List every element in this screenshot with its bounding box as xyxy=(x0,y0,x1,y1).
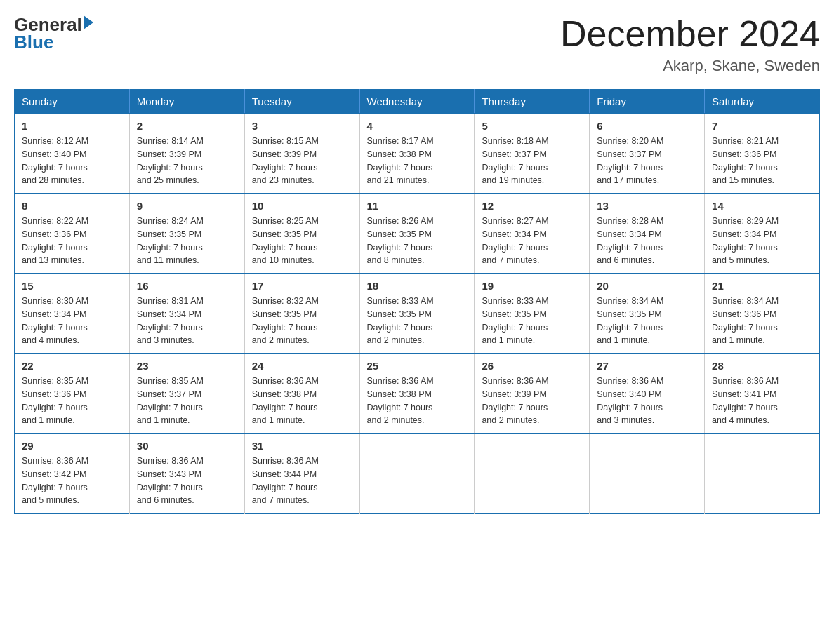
calendar-cell: 3Sunrise: 8:15 AMSunset: 3:39 PMDaylight… xyxy=(244,114,359,194)
calendar-cell: 5Sunrise: 8:18 AMSunset: 3:37 PMDaylight… xyxy=(475,114,590,194)
day-number: 29 xyxy=(22,440,122,452)
day-info: Sunrise: 8:12 AMSunset: 3:40 PMDaylight:… xyxy=(22,136,88,185)
day-info: Sunrise: 8:28 AMSunset: 3:34 PMDaylight:… xyxy=(597,216,663,265)
day-info: Sunrise: 8:26 AMSunset: 3:35 PMDaylight:… xyxy=(367,216,434,265)
day-number: 8 xyxy=(22,200,122,212)
day-info: Sunrise: 8:31 AMSunset: 3:34 PMDaylight:… xyxy=(137,296,204,345)
month-year-title: December 2024 xyxy=(560,14,820,54)
day-info: Sunrise: 8:17 AMSunset: 3:38 PMDaylight:… xyxy=(367,136,434,185)
day-info: Sunrise: 8:36 AMSunset: 3:41 PMDaylight:… xyxy=(712,376,779,425)
calendar-cell xyxy=(590,434,705,514)
calendar-cell: 22Sunrise: 8:35 AMSunset: 3:36 PMDayligh… xyxy=(15,354,130,434)
day-info: Sunrise: 8:24 AMSunset: 3:35 PMDaylight:… xyxy=(137,216,204,265)
calendar-cell: 15Sunrise: 8:30 AMSunset: 3:34 PMDayligh… xyxy=(15,274,130,354)
calendar-cell: 17Sunrise: 8:32 AMSunset: 3:35 PMDayligh… xyxy=(244,274,359,354)
calendar-cell: 13Sunrise: 8:28 AMSunset: 3:34 PMDayligh… xyxy=(590,194,705,274)
day-number: 7 xyxy=(712,120,812,132)
day-info: Sunrise: 8:29 AMSunset: 3:34 PMDaylight:… xyxy=(712,216,779,265)
day-number: 31 xyxy=(252,440,352,452)
day-info: Sunrise: 8:36 AMSunset: 3:43 PMDaylight:… xyxy=(137,456,204,505)
day-info: Sunrise: 8:36 AMSunset: 3:38 PMDaylight:… xyxy=(252,376,319,425)
header-thursday: Thursday xyxy=(475,90,590,114)
day-number: 27 xyxy=(597,360,697,372)
day-number: 13 xyxy=(597,200,697,212)
logo-arrow-icon xyxy=(84,15,93,29)
calendar-cell: 20Sunrise: 8:34 AMSunset: 3:35 PMDayligh… xyxy=(590,274,705,354)
calendar-week-row: 15Sunrise: 8:30 AMSunset: 3:34 PMDayligh… xyxy=(15,274,820,354)
day-info: Sunrise: 8:27 AMSunset: 3:34 PMDaylight:… xyxy=(482,216,548,265)
day-number: 30 xyxy=(137,440,237,452)
day-number: 12 xyxy=(482,200,582,212)
day-number: 3 xyxy=(252,120,352,132)
day-number: 23 xyxy=(137,360,237,372)
day-number: 22 xyxy=(22,360,122,372)
calendar-cell: 9Sunrise: 8:24 AMSunset: 3:35 PMDaylight… xyxy=(129,194,244,274)
calendar-cell xyxy=(475,434,590,514)
calendar-cell xyxy=(705,434,820,514)
calendar-cell: 18Sunrise: 8:33 AMSunset: 3:35 PMDayligh… xyxy=(359,274,475,354)
day-number: 16 xyxy=(137,280,237,292)
day-info: Sunrise: 8:15 AMSunset: 3:39 PMDaylight:… xyxy=(252,136,319,185)
day-info: Sunrise: 8:34 AMSunset: 3:36 PMDaylight:… xyxy=(712,296,779,345)
day-info: Sunrise: 8:33 AMSunset: 3:35 PMDaylight:… xyxy=(482,296,548,345)
day-number: 18 xyxy=(367,280,468,292)
calendar-cell: 25Sunrise: 8:36 AMSunset: 3:38 PMDayligh… xyxy=(359,354,475,434)
calendar-cell: 28Sunrise: 8:36 AMSunset: 3:41 PMDayligh… xyxy=(705,354,820,434)
header-friday: Friday xyxy=(590,90,705,114)
calendar-cell: 16Sunrise: 8:31 AMSunset: 3:34 PMDayligh… xyxy=(129,274,244,354)
day-info: Sunrise: 8:35 AMSunset: 3:36 PMDaylight:… xyxy=(22,376,88,425)
calendar-cell: 21Sunrise: 8:34 AMSunset: 3:36 PMDayligh… xyxy=(705,274,820,354)
calendar-week-row: 1Sunrise: 8:12 AMSunset: 3:40 PMDaylight… xyxy=(15,114,820,194)
calendar-cell xyxy=(359,434,475,514)
day-info: Sunrise: 8:25 AMSunset: 3:35 PMDaylight:… xyxy=(252,216,319,265)
title-block: December 2024 Akarp, Skane, Sweden xyxy=(560,14,820,75)
calendar-week-row: 29Sunrise: 8:36 AMSunset: 3:42 PMDayligh… xyxy=(15,434,820,514)
day-number: 9 xyxy=(137,200,237,212)
header-monday: Monday xyxy=(129,90,244,114)
day-number: 6 xyxy=(597,120,697,132)
calendar-cell: 23Sunrise: 8:35 AMSunset: 3:37 PMDayligh… xyxy=(129,354,244,434)
day-info: Sunrise: 8:34 AMSunset: 3:35 PMDaylight:… xyxy=(597,296,663,345)
calendar-cell: 12Sunrise: 8:27 AMSunset: 3:34 PMDayligh… xyxy=(475,194,590,274)
calendar-week-row: 22Sunrise: 8:35 AMSunset: 3:36 PMDayligh… xyxy=(15,354,820,434)
calendar-cell: 27Sunrise: 8:36 AMSunset: 3:40 PMDayligh… xyxy=(590,354,705,434)
day-number: 10 xyxy=(252,200,352,212)
day-info: Sunrise: 8:36 AMSunset: 3:38 PMDaylight:… xyxy=(367,376,434,425)
calendar-cell: 19Sunrise: 8:33 AMSunset: 3:35 PMDayligh… xyxy=(475,274,590,354)
calendar-cell: 4Sunrise: 8:17 AMSunset: 3:38 PMDaylight… xyxy=(359,114,475,194)
day-number: 28 xyxy=(712,360,812,372)
day-info: Sunrise: 8:20 AMSunset: 3:37 PMDaylight:… xyxy=(597,136,663,185)
day-info: Sunrise: 8:14 AMSunset: 3:39 PMDaylight:… xyxy=(137,136,204,185)
day-info: Sunrise: 8:33 AMSunset: 3:35 PMDaylight:… xyxy=(367,296,434,345)
logo: General Blue xyxy=(14,14,93,53)
calendar-cell: 6Sunrise: 8:20 AMSunset: 3:37 PMDaylight… xyxy=(590,114,705,194)
calendar-cell: 8Sunrise: 8:22 AMSunset: 3:36 PMDaylight… xyxy=(15,194,130,274)
calendar-cell: 14Sunrise: 8:29 AMSunset: 3:34 PMDayligh… xyxy=(705,194,820,274)
header-sunday: Sunday xyxy=(15,90,130,114)
page-header: General Blue December 2024 Akarp, Skane,… xyxy=(14,14,820,75)
day-number: 1 xyxy=(22,120,122,132)
location-subtitle: Akarp, Skane, Sweden xyxy=(560,57,820,75)
day-info: Sunrise: 8:32 AMSunset: 3:35 PMDaylight:… xyxy=(252,296,319,345)
day-info: Sunrise: 8:36 AMSunset: 3:42 PMDaylight:… xyxy=(22,456,88,505)
day-number: 19 xyxy=(482,280,582,292)
day-number: 5 xyxy=(482,120,582,132)
day-info: Sunrise: 8:22 AMSunset: 3:36 PMDaylight:… xyxy=(22,216,88,265)
day-number: 11 xyxy=(367,200,468,212)
day-number: 14 xyxy=(712,200,812,212)
calendar-cell: 11Sunrise: 8:26 AMSunset: 3:35 PMDayligh… xyxy=(359,194,475,274)
day-number: 25 xyxy=(367,360,468,372)
header-tuesday: Tuesday xyxy=(244,90,359,114)
day-number: 15 xyxy=(22,280,122,292)
day-number: 20 xyxy=(597,280,697,292)
day-info: Sunrise: 8:36 AMSunset: 3:40 PMDaylight:… xyxy=(597,376,663,425)
calendar-cell: 26Sunrise: 8:36 AMSunset: 3:39 PMDayligh… xyxy=(475,354,590,434)
calendar-week-row: 8Sunrise: 8:22 AMSunset: 3:36 PMDaylight… xyxy=(15,194,820,274)
calendar-cell: 2Sunrise: 8:14 AMSunset: 3:39 PMDaylight… xyxy=(129,114,244,194)
day-info: Sunrise: 8:21 AMSunset: 3:36 PMDaylight:… xyxy=(712,136,779,185)
day-info: Sunrise: 8:35 AMSunset: 3:37 PMDaylight:… xyxy=(137,376,204,425)
calendar-cell: 1Sunrise: 8:12 AMSunset: 3:40 PMDaylight… xyxy=(15,114,130,194)
day-number: 26 xyxy=(482,360,582,372)
day-number: 17 xyxy=(252,280,352,292)
header-saturday: Saturday xyxy=(705,90,820,114)
